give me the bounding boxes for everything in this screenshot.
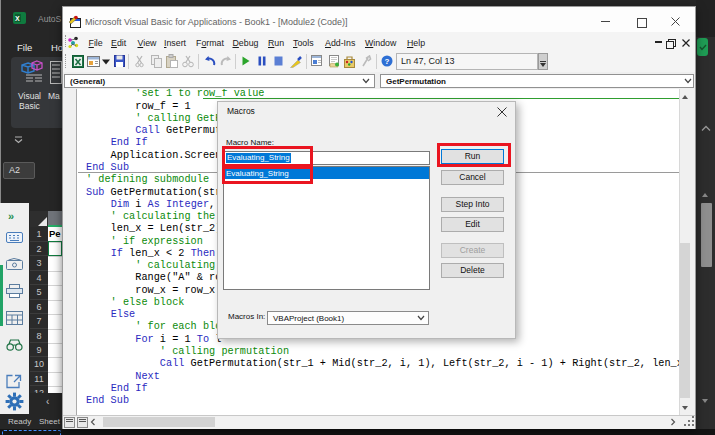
svg-text:?: ? bbox=[385, 57, 390, 66]
